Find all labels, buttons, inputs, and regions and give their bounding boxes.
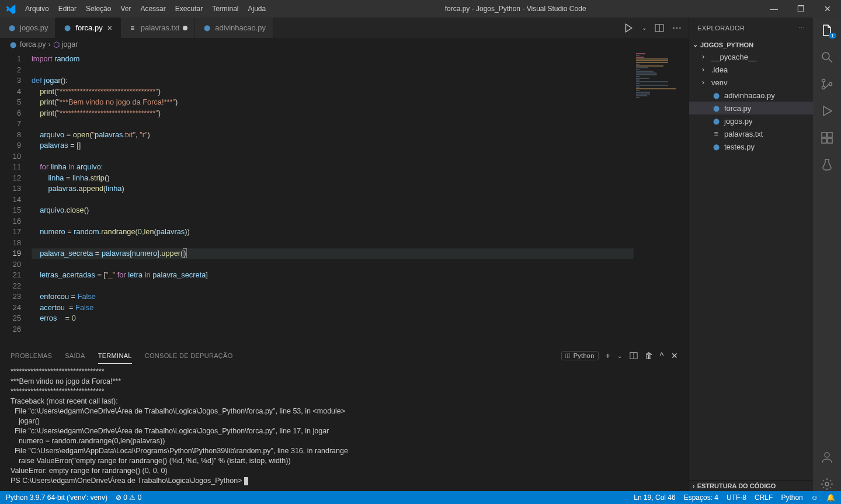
svg-point-14 xyxy=(825,482,829,486)
svg-point-6 xyxy=(822,79,825,82)
source-control-icon[interactable] xyxy=(820,77,834,91)
file-label: forca.py xyxy=(724,104,751,113)
account-icon[interactable] xyxy=(820,450,834,464)
project-header[interactable]: ⌄ JOGOS_PYTHON xyxy=(689,39,813,50)
tab-label: jogos.py xyxy=(20,23,48,32)
search-icon[interactable] xyxy=(820,50,834,64)
file-label: jogos.py xyxy=(724,117,752,126)
py-file-icon xyxy=(202,23,211,33)
code-area[interactable]: import random def jogar(): print("******… xyxy=(32,51,634,345)
close-tab-icon[interactable]: × xyxy=(106,23,113,33)
tab-adivinhacao-py[interactable]: adivinhacao.py xyxy=(195,18,273,38)
file-jogos-py[interactable]: jogos.py xyxy=(689,114,813,127)
menu-editar[interactable]: Editar xyxy=(54,5,81,13)
panel-tabs: PROBLEMAS SAÍDA TERMINAL CONSOLE DE DEPU… xyxy=(0,346,689,366)
py-file-icon xyxy=(711,91,721,100)
status-bell-icon[interactable]: 🔔 xyxy=(826,493,835,502)
status-encoding[interactable]: UTF-8 xyxy=(727,493,746,502)
tab-forca-py[interactable]: forca.py× xyxy=(55,18,120,38)
folder-label: .idea xyxy=(711,65,728,74)
editor[interactable]: 1234567891011121314151617181920212223242… xyxy=(0,51,689,345)
status-eol[interactable]: CRLF xyxy=(755,493,773,502)
terminal-type-dropdown[interactable]: ▷⃝ Python xyxy=(561,351,598,360)
tab-jogos-py[interactable]: jogos.py xyxy=(0,18,55,38)
panel-tab-terminal[interactable]: TERMINAL xyxy=(98,352,132,364)
svg-line-5 xyxy=(829,59,832,62)
line-gutter: 1234567891011121314151617181920212223242… xyxy=(0,51,32,345)
terminal-dropdown-icon[interactable]: ⌄ xyxy=(617,353,622,359)
chevron-down-icon: ⌄ xyxy=(693,41,698,48)
kill-terminal-icon[interactable]: 🗑 xyxy=(645,351,653,360)
close-panel-icon[interactable]: ✕ xyxy=(671,351,678,360)
minimap[interactable] xyxy=(634,51,689,345)
explorer-more-icon[interactable]: ⋯ xyxy=(798,24,805,32)
breadcrumb[interactable]: forca.py › ⬡ jogar xyxy=(0,38,689,51)
explorer-badge: 1 xyxy=(829,33,836,39)
explorer-title: EXPLORADOR xyxy=(697,25,745,32)
title-bar: ArquivoEditarSeleçãoVerAcessarExecutarTe… xyxy=(0,0,841,18)
panel-tab-saida[interactable]: SAÍDA xyxy=(65,352,85,359)
run-dropdown-icon[interactable]: ⌄ xyxy=(642,25,647,31)
txt-file-icon xyxy=(128,23,137,33)
file-label: adivinhacao.py xyxy=(724,91,775,100)
py-file-icon xyxy=(711,142,721,151)
settings-gear-icon[interactable] xyxy=(820,477,834,491)
run-debug-icon[interactable] xyxy=(820,104,834,118)
txt-file-icon xyxy=(711,129,721,138)
run-button[interactable] xyxy=(623,23,634,33)
menu-ajuda[interactable]: Ajuda xyxy=(244,5,271,13)
testing-icon[interactable] xyxy=(820,158,834,172)
outline-header[interactable]: › ESTRUTURA DO CÓDIGO xyxy=(689,481,813,491)
py-file-icon xyxy=(711,116,721,126)
menu-acessar[interactable]: Acessar xyxy=(135,5,170,13)
panel-tab-depuracao[interactable]: CONSOLE DE DEPURAÇÃO xyxy=(145,352,233,359)
status-language[interactable]: Python xyxy=(781,493,802,502)
minimize-button[interactable]: — xyxy=(760,4,787,13)
split-editor-icon[interactable] xyxy=(655,23,664,33)
chevron-right-icon: › xyxy=(702,65,708,74)
menu-seleção[interactable]: Seleção xyxy=(81,5,116,13)
status-problems[interactable]: ⊘ 0 ⚠ 0 xyxy=(116,493,141,502)
file-adivinhacao-py[interactable]: adivinhacao.py xyxy=(689,89,813,102)
symbol-icon: ⬡ xyxy=(53,40,60,49)
py-file-icon xyxy=(7,23,16,33)
terminal-output[interactable]: ************************************Bem … xyxy=(0,366,689,491)
file-testes-py[interactable]: testes.py xyxy=(689,140,813,153)
chevron-right-icon: › xyxy=(693,482,695,489)
new-terminal-button[interactable]: + xyxy=(606,351,610,360)
folder-venv[interactable]: ›venv xyxy=(689,76,813,89)
chevron-right-icon: › xyxy=(702,78,708,86)
maximize-panel-icon[interactable]: ^ xyxy=(660,351,664,360)
svg-point-7 xyxy=(822,86,825,89)
maximize-button[interactable]: ❐ xyxy=(787,4,814,13)
explorer-icon[interactable]: 1 xyxy=(820,23,834,37)
menu-terminal[interactable]: Terminal xyxy=(207,5,243,13)
status-interpreter[interactable]: Python 3.9.7 64-bit ('venv': venv) xyxy=(6,493,107,502)
split-terminal-icon[interactable] xyxy=(630,352,638,360)
close-button[interactable]: ✕ xyxy=(814,4,841,13)
status-position[interactable]: Ln 19, Col 46 xyxy=(634,493,675,502)
menu-executar[interactable]: Executar xyxy=(171,5,207,13)
tab-palavras-txt[interactable]: palavras.txt xyxy=(121,18,195,38)
status-spaces[interactable]: Espaços: 4 xyxy=(684,493,718,502)
file-forca-py[interactable]: forca.py xyxy=(689,102,813,114)
file-label: testes.py xyxy=(724,142,755,151)
dirty-indicator-icon xyxy=(183,26,187,30)
svg-rect-11 xyxy=(828,138,832,143)
editor-tabs: jogos.pyforca.py×palavras.txtadivinhacao… xyxy=(0,18,689,38)
svg-rect-10 xyxy=(822,138,826,143)
more-actions-icon[interactable]: ⋯ xyxy=(672,22,682,33)
status-bar: Python 3.9.7 64-bit ('venv': venv) ⊘ 0 ⚠… xyxy=(0,491,841,504)
file-tree: ›__pycache__›.idea›venvadivinhacao.pyfor… xyxy=(689,50,813,153)
extensions-icon[interactable] xyxy=(820,131,834,145)
panel-tab-problemas[interactable]: PROBLEMAS xyxy=(11,352,52,359)
folder-__pycache__[interactable]: ›__pycache__ xyxy=(689,50,813,63)
menu-ver[interactable]: Ver xyxy=(116,5,135,13)
folder-.idea[interactable]: ›.idea xyxy=(689,63,813,76)
file-palavras-txt[interactable]: palavras.txt xyxy=(689,127,813,140)
menu-arquivo[interactable]: Arquivo xyxy=(20,5,54,13)
svg-point-4 xyxy=(822,53,829,60)
debug-icon: ▷⃝ xyxy=(565,352,570,359)
breadcrumb-symbol: jogar xyxy=(62,40,78,48)
status-feedback-icon[interactable]: ☺ xyxy=(811,493,818,502)
